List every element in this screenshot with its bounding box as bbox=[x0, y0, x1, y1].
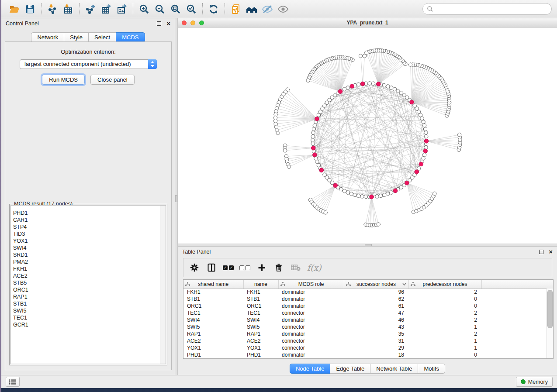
table-row[interactable]: ACE2 ACE2 connector 31 1 bbox=[183, 337, 553, 344]
network-window-titlebar: YPA_prune.txt_1 bbox=[178, 18, 557, 28]
run-mcds-button[interactable]: Run MCDS bbox=[42, 75, 85, 85]
optimization-criterion-select[interactable]: largest connected component (undirected) bbox=[20, 59, 157, 69]
tab-style[interactable]: Style bbox=[64, 32, 89, 42]
gear-icon bbox=[190, 263, 199, 272]
horizontal-splitter[interactable] bbox=[178, 244, 557, 247]
hide-selected-button[interactable] bbox=[259, 3, 275, 16]
list-item[interactable]: GCR1 bbox=[11, 321, 166, 328]
zoom-selected-button[interactable] bbox=[183, 3, 199, 16]
list-item[interactable]: SWI4 bbox=[11, 244, 166, 251]
cell-successor-nodes: 62 bbox=[344, 296, 408, 303]
table-tabs: Node Table Edge Table Network Table Moti… bbox=[178, 364, 557, 374]
export-image-button[interactable] bbox=[114, 3, 130, 16]
tab-select[interactable]: Select bbox=[88, 32, 116, 42]
zoom-out-button[interactable] bbox=[152, 3, 168, 16]
close-icon[interactable]: × bbox=[549, 250, 553, 254]
network-canvas[interactable] bbox=[178, 28, 557, 244]
table-row[interactable]: SWI4 SWI4 dominator 46 2 bbox=[183, 316, 553, 323]
list-item[interactable]: STB5 bbox=[11, 279, 166, 286]
refresh-button[interactable] bbox=[206, 3, 221, 16]
window-minimize-button[interactable] bbox=[190, 21, 195, 25]
tab-edge-table[interactable]: Edge Table bbox=[330, 364, 370, 374]
column-header-predecessor-nodes[interactable]: predecessor nodes bbox=[408, 280, 481, 289]
import-table-button[interactable] bbox=[60, 3, 76, 16]
cell-name: STB1 bbox=[243, 296, 278, 303]
show-all-button[interactable] bbox=[275, 3, 291, 16]
share-document-button[interactable] bbox=[228, 3, 244, 16]
network-graph[interactable] bbox=[178, 28, 556, 244]
split-columns-button[interactable] bbox=[206, 262, 217, 273]
list-item[interactable]: ORC1 bbox=[11, 286, 166, 293]
column-header-name[interactable]: name bbox=[243, 280, 278, 289]
tab-network-table[interactable]: Network Table bbox=[370, 364, 418, 374]
import-network-button[interactable] bbox=[45, 3, 60, 16]
tab-motifs[interactable]: Motifs bbox=[418, 364, 445, 374]
close-panel-button[interactable]: Close panel bbox=[90, 75, 135, 85]
list-item[interactable]: STP4 bbox=[11, 224, 166, 230]
window-close-button[interactable] bbox=[182, 21, 187, 25]
list-item[interactable]: TEC1 bbox=[11, 314, 166, 321]
search-input[interactable] bbox=[436, 6, 547, 12]
cell-successor-nodes: 43 bbox=[344, 323, 408, 330]
splitter-handle[interactable] bbox=[365, 244, 372, 246]
list-item[interactable]: CAR1 bbox=[11, 217, 166, 224]
open-file-button[interactable] bbox=[7, 3, 22, 16]
delete-column-button[interactable] bbox=[273, 262, 284, 273]
optimization-criterion-label: Optimization criterion: bbox=[5, 48, 171, 55]
splitter-handle[interactable] bbox=[175, 195, 177, 202]
cell-predecessor-nodes: 1 bbox=[408, 323, 481, 330]
plus-icon bbox=[257, 263, 266, 272]
export-table-button[interactable] bbox=[98, 3, 114, 16]
table-row[interactable]: STB1 STB1 dominator 62 0 bbox=[183, 296, 553, 303]
export-network-button[interactable] bbox=[83, 3, 98, 16]
tab-network[interactable]: Network bbox=[31, 32, 64, 42]
table-row[interactable]: ORC1 ORC1 dominator 61 0 bbox=[183, 303, 553, 309]
list-item[interactable]: PHD1 bbox=[11, 210, 166, 217]
list-item[interactable]: SWI5 bbox=[11, 307, 166, 314]
mcds-result-list[interactable]: PHD1 CAR1 STP4 TID3 YOX1 SWI4 SRD1 PMA2 … bbox=[10, 205, 166, 364]
table-row[interactable]: FKH1 FKH1 dominator 96 2 bbox=[183, 289, 553, 296]
toolbar-separator bbox=[225, 3, 225, 15]
scrollbar-track[interactable] bbox=[160, 206, 166, 364]
window-maximize-button[interactable] bbox=[199, 21, 204, 25]
task-history-button[interactable] bbox=[6, 377, 20, 387]
column-header-successor-nodes[interactable]: successor nodes bbox=[344, 280, 408, 289]
gear-button[interactable] bbox=[189, 262, 200, 273]
memory-button[interactable]: Memory bbox=[516, 377, 553, 387]
select-all-button[interactable]: ✓ ✓ bbox=[223, 265, 234, 270]
vertical-splitter[interactable] bbox=[175, 18, 178, 375]
first-neighbors-button[interactable] bbox=[244, 3, 259, 16]
column-header-mcds-role[interactable]: MCDS role bbox=[278, 280, 344, 289]
tab-mcds[interactable]: MCDS bbox=[116, 32, 145, 42]
add-column-button[interactable] bbox=[256, 262, 267, 273]
table-row[interactable]: RAP1 RAP1 dominator 35 2 bbox=[183, 330, 553, 337]
table-row[interactable]: TEC1 TEC1 connector 47 2 bbox=[183, 309, 553, 316]
list-item[interactable]: PMA2 bbox=[11, 258, 166, 265]
float-icon[interactable] bbox=[539, 250, 543, 254]
table-row[interactable]: SWI5 SWI5 connector 43 1 bbox=[183, 323, 553, 330]
list-item[interactable]: STB1 bbox=[11, 300, 166, 307]
list-item[interactable]: ACE2 bbox=[11, 272, 166, 279]
delete-table-button bbox=[290, 262, 301, 273]
close-icon[interactable]: × bbox=[166, 21, 170, 26]
table-row[interactable]: PHD1 PHD1 dominator 18 0 bbox=[183, 351, 553, 358]
list-item[interactable]: FKH1 bbox=[11, 265, 166, 272]
deselect-all-button[interactable] bbox=[239, 265, 250, 270]
list-item[interactable]: TID3 bbox=[11, 230, 166, 237]
cell-mcds-role: dominator bbox=[278, 303, 344, 309]
cell-mcds-role: connector bbox=[278, 337, 344, 344]
scrollbar-thumb[interactable] bbox=[547, 290, 553, 328]
float-icon[interactable] bbox=[157, 21, 161, 26]
list-item[interactable]: YOX1 bbox=[11, 237, 166, 244]
column-header-shared-name[interactable]: shared name bbox=[183, 280, 243, 289]
zoom-in-button[interactable] bbox=[136, 3, 152, 16]
table-row[interactable]: YOX1 YOX1 connector 29 1 bbox=[183, 344, 553, 351]
zoom-fit-button[interactable] bbox=[168, 3, 183, 16]
list-item[interactable]: SRD1 bbox=[11, 251, 166, 258]
cell-successor-nodes: 61 bbox=[344, 303, 408, 309]
list-item[interactable]: RAP1 bbox=[11, 293, 166, 300]
tab-node-table[interactable]: Node Table bbox=[290, 364, 331, 374]
save-session-button[interactable] bbox=[22, 3, 38, 16]
scrollbar-track[interactable] bbox=[547, 289, 553, 358]
cell-shared-name: STB1 bbox=[183, 296, 243, 303]
